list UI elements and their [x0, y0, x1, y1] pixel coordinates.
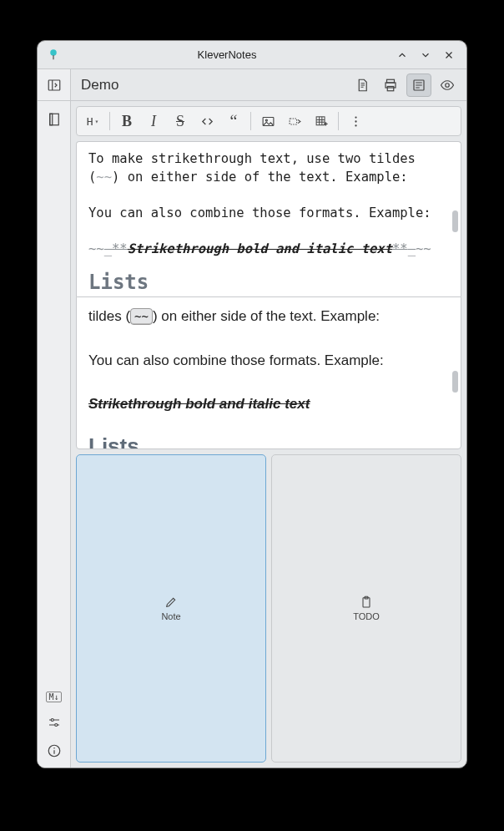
preview-strike-text: Strikethrough bold and italic text — [88, 396, 310, 412]
editor-tilde-token: ~~ — [96, 170, 112, 185]
separator — [109, 112, 110, 130]
svg-rect-15 — [49, 114, 58, 125]
titlebar: KleverNotes — [38, 41, 466, 69]
bottom-tabs: Note TODO — [71, 449, 466, 768]
syntax-underscore: _ — [408, 241, 416, 256]
code-button[interactable] — [194, 109, 219, 133]
print-button[interactable] — [378, 73, 403, 97]
notes-list-button[interactable] — [43, 108, 66, 131]
kbd-tilde: ~~ — [130, 308, 153, 325]
svg-rect-27 — [316, 116, 325, 124]
editor-heading: Lists — [88, 269, 447, 296]
preview-text: tildes ( — [88, 308, 130, 324]
svg-rect-9 — [387, 86, 394, 90]
preview-pane[interactable]: tildes (~~) on either side of the text. … — [76, 296, 461, 449]
svg-point-32 — [355, 116, 356, 118]
svg-point-20 — [54, 724, 57, 727]
syntax-underscore: _ — [104, 241, 112, 256]
bold-button[interactable]: B — [114, 109, 139, 133]
svg-point-0 — [50, 49, 57, 56]
quote-button[interactable]: “ — [221, 109, 246, 133]
insert-image-button[interactable] — [255, 109, 280, 133]
separator — [250, 112, 251, 130]
editor-content[interactable]: To make strikethrough text, use two tild… — [77, 142, 461, 296]
markdown-badge[interactable]: M↓ — [46, 692, 61, 702]
preview-text: You can also combine those formats. Exam… — [88, 352, 384, 368]
separator — [338, 112, 339, 130]
toggle-preview-button[interactable] — [435, 73, 460, 97]
editor-pane[interactable]: To make strikethrough text, use two tild… — [76, 141, 461, 296]
overflow-menu-button[interactable] — [343, 109, 368, 133]
body: M↓ H B I S “ — [38, 101, 466, 768]
editor-text: ) on either side of the text. Example: — [112, 170, 408, 185]
toggle-sidebar-button[interactable] — [43, 73, 66, 97]
italic-button[interactable]: I — [141, 109, 166, 133]
syntax-bold-close: ** — [392, 241, 408, 256]
insert-link-button[interactable] — [282, 109, 307, 133]
svg-point-25 — [265, 119, 267, 121]
maximize-button[interactable] — [416, 46, 435, 64]
svg-point-34 — [355, 124, 356, 126]
info-button[interactable] — [43, 739, 66, 763]
tab-label: Note — [161, 611, 180, 621]
app-icon — [46, 48, 61, 63]
preview-text: ) on either side of the text. Example: — [153, 308, 380, 324]
export-pdf-button[interactable] — [350, 73, 375, 97]
format-toolbar: H B I S “ — [76, 106, 461, 136]
svg-rect-2 — [48, 80, 60, 90]
strikethrough-button[interactable]: S — [168, 109, 193, 133]
preview-scrollbar-thumb[interactable] — [452, 371, 458, 393]
insert-table-button[interactable] — [309, 109, 334, 133]
heading-dropdown[interactable]: H — [80, 109, 105, 133]
svg-point-23 — [53, 747, 55, 749]
svg-rect-26 — [290, 118, 297, 124]
editor-text: You can also combine those formats. Exam… — [88, 205, 431, 220]
syntax-tilde-close: ~~ — [416, 241, 431, 256]
svg-point-14 — [446, 83, 450, 87]
syntax-bold-open: ** — [112, 241, 128, 256]
app-window: KleverNotes Demo — [37, 40, 467, 768]
main-column: H B I S “ To make strikethrough text, us… — [71, 101, 466, 768]
preview-content: tildes (~~) on either side of the text. … — [77, 297, 461, 449]
settings-sliders-button[interactable] — [43, 711, 66, 734]
clipboard-icon — [360, 595, 373, 611]
close-button[interactable] — [440, 46, 458, 64]
syntax-tilde-open: ~~ — [88, 241, 104, 256]
sidebar-toggle-cell — [38, 69, 71, 100]
document-title: Demo — [81, 77, 346, 94]
split-panes: To make strikethrough text, use two tild… — [76, 141, 461, 449]
svg-rect-1 — [53, 55, 54, 59]
svg-rect-16 — [49, 114, 52, 125]
svg-point-18 — [51, 719, 53, 722]
header: Demo — [38, 69, 466, 101]
window-title: KleverNotes — [66, 48, 388, 61]
editor-strike-text: Strikethrough bold and italic text — [128, 241, 392, 256]
tab-note[interactable]: Note — [76, 454, 266, 763]
minimize-button[interactable] — [393, 46, 411, 64]
header-main: Demo — [71, 73, 466, 97]
svg-point-33 — [355, 120, 356, 122]
pencil-icon — [164, 595, 178, 611]
preview-heading: Lists — [88, 429, 447, 449]
toggle-editor-button[interactable] — [406, 73, 431, 97]
tab-label: TODO — [353, 611, 380, 621]
tab-todo[interactable]: TODO — [271, 454, 461, 763]
left-rail: M↓ — [38, 101, 71, 768]
editor-scrollbar-thumb[interactable] — [452, 210, 458, 232]
